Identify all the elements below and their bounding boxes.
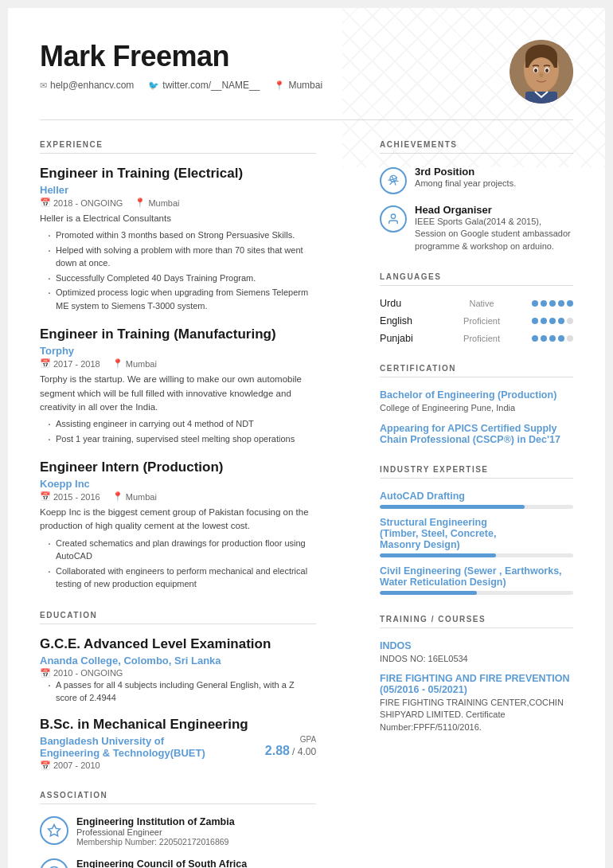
edu-meta-1: 📅 2010 - ONGOING: [40, 668, 316, 678]
experience-item-3: Engineer Intern (Production) Koepp Inc 📅…: [40, 459, 316, 591]
achievement-item-1: 3rd Position Among final year projects.: [380, 166, 573, 194]
exp-desc-1: Heller is a Electrical Consultants: [40, 212, 316, 225]
cal-icon-edu-2: 📅: [40, 760, 51, 771]
training-detail-2: FIRE FIGHTING TRAINING CENTER,COCHIN SHI…: [380, 697, 573, 733]
lang-dots-3: [532, 335, 573, 342]
cert-title-1: Bachelor of Engineering (Production): [380, 389, 573, 401]
header-left: Mark Freeman ✉ help@enhancv.com 🐦 twitte…: [40, 40, 322, 91]
assoc-role-1: Professional Engineer: [76, 827, 235, 837]
exp-meta-2: 📅 2017 - 2018 📍 Mumbai: [40, 358, 316, 369]
industry-section-title: INDUSTRY EXPERTISE: [380, 465, 573, 479]
association-section-title: ASSOCIATION: [40, 791, 316, 804]
email-text: help@enhancv.com: [50, 80, 134, 91]
gpa-max: /: [292, 746, 298, 757]
full-name: Mark Freeman: [40, 40, 322, 73]
experience-section-title: EXPERIENCE: [40, 140, 316, 154]
calendar-icon-1: 📅: [40, 197, 51, 208]
dot-2-5: [567, 318, 573, 324]
assoc-icon-1: [40, 816, 68, 845]
dot-1-1: [532, 300, 538, 307]
avatar: [510, 40, 573, 104]
ach-content-1: 3rd Position Among final year projects.: [415, 166, 516, 190]
skill-bar-1: [380, 505, 573, 509]
exp-desc-3: Koepp Inc is the biggest cement group of…: [40, 506, 316, 534]
association-item-2: Engineering Council of South Africa Cand…: [40, 858, 316, 869]
assoc-info-2: Engineering Council of South Africa Cand…: [76, 858, 291, 869]
edu-title-1: G.C.E. Advanced Level Examination: [40, 636, 316, 652]
svg-marker-11: [49, 824, 61, 835]
education-item-2: B.Sc. in Mechanical Engineering Banglade…: [40, 717, 316, 771]
training-section-title: TRAINING / COURSES: [380, 615, 573, 628]
header: Mark Freeman ✉ help@enhancv.com 🐦 twitte…: [8, 8, 605, 119]
email-icon: ✉: [40, 80, 47, 91]
exp-meta-3: 📅 2015 - 2016 📍 Mumbai: [40, 491, 316, 502]
edu-title-2: B.Sc. in Mechanical Engineering: [40, 717, 316, 733]
assoc-name-1: Engineering Institution of Zambia: [76, 816, 235, 827]
language-item-2: English Proficient: [380, 315, 573, 326]
loc-icon-3: 📍: [112, 491, 123, 502]
ach-content-2: Head Organiser IEEE Sports Gala(2014 & 2…: [415, 204, 573, 252]
exp-period-2: 📅 2017 - 2018: [40, 358, 100, 369]
dot-3-2: [541, 335, 547, 342]
dot-2-1: [532, 318, 538, 324]
contact-list: ✉ help@enhancv.com 🐦 twitter.com/__NAME_…: [40, 80, 322, 91]
twitter-icon: 🐦: [148, 80, 159, 91]
loc-icon-2: 📍: [112, 358, 123, 369]
exp-bullet-3-0: Created schematics and plan drawings for…: [48, 537, 316, 563]
dot-3-4: [558, 335, 564, 342]
edu-period-1: 📅 2010 - ONGOING: [40, 668, 123, 678]
exp-bullets-3: Created schematics and plan drawings for…: [40, 537, 316, 591]
exp-bullets-2: Assisting engineer in carrying out 4 met…: [40, 417, 316, 445]
exp-title-2: Engineer in Training (Manufacturing): [40, 326, 316, 342]
edu-bullets-1: A passes for all 4 subjects including Ge…: [40, 678, 316, 705]
cert-detail-1: College of Engineering Pune, India: [380, 402, 573, 414]
exp-bullet-1-1: Helped with solving a problem with more …: [48, 244, 316, 270]
edu-bullet-1-0: A passes for all 4 subjects including Ge…: [48, 678, 316, 705]
svg-point-9: [540, 72, 544, 77]
education-section-title: EDUCATION: [40, 611, 316, 624]
skill-bar-3: [380, 591, 573, 595]
assoc-icon-2: [40, 858, 68, 869]
lang-dots-1: [532, 300, 573, 307]
contact-location: 📍 Mumbai: [274, 80, 322, 91]
edu-school-1: Ananda College, Colombo, Sri Lanka: [40, 655, 316, 667]
loc-icon-1: 📍: [135, 197, 146, 208]
languages-section-title: LANGUAGES: [380, 272, 573, 286]
contact-twitter: 🐦 twitter.com/__NAME__: [148, 80, 260, 91]
exp-title-1: Engineer in Training (Electrical): [40, 166, 316, 182]
skill-label-3: Civil Engineering (Sewer , Earthworks,Wa…: [380, 565, 573, 588]
edu-school-row-2: Bangladesh University of Engineering & T…: [40, 735, 316, 759]
lang-name-2: English: [380, 315, 435, 326]
ach-icon-1: [380, 167, 407, 194]
ach-desc-1: Among final year projects.: [415, 178, 516, 190]
exp-company-2: Torphy: [40, 345, 316, 357]
dot-1-5: [567, 300, 573, 307]
svg-point-8: [545, 68, 549, 72]
experience-item-2: Engineer in Training (Manufacturing) Tor…: [40, 326, 316, 445]
exp-bullet-2-1: Post 1 year training, supervised steel m…: [48, 432, 316, 446]
exp-bullets-1: Promoted within 3 months based on Strong…: [40, 229, 316, 312]
cal-icon-edu-1: 📅: [40, 668, 51, 678]
dot-2-3: [549, 318, 556, 324]
edu-year-2: 📅 2007 - 2010: [40, 760, 316, 771]
assoc-num-1: Membership Number: 220502172016869: [76, 837, 235, 846]
language-item-1: Urdu Native: [380, 298, 573, 309]
dot-1-2: [541, 300, 547, 307]
lang-dots-2: [532, 318, 573, 324]
assoc-info-1: Engineering Institution of Zambia Profes…: [76, 816, 235, 846]
dot-3-1: [532, 335, 538, 342]
dot-3-5: [567, 335, 573, 342]
calendar-icon-2: 📅: [40, 358, 51, 369]
exp-desc-2: Torphy is the startup. We are willing to…: [40, 373, 316, 414]
ach-title-1: 3rd Position: [415, 166, 516, 178]
experience-item-1: Engineer in Training (Electrical) Heller…: [40, 166, 316, 312]
calendar-icon-3: 📅: [40, 491, 51, 502]
left-column: EXPERIENCE Engineer in Training (Electri…: [40, 120, 340, 868]
exp-location-1: 📍 Mumbai: [135, 197, 179, 208]
gpa-label: GPA: [265, 735, 316, 744]
training-title-2: FIRE FIGHTING AND FIRE PREVENTION(05/201…: [380, 673, 573, 695]
assoc-name-2: Engineering Council of South Africa: [76, 858, 291, 869]
ach-title-2: Head Organiser: [415, 204, 573, 216]
lang-level-2: Proficient: [463, 316, 500, 326]
exp-company-3: Koepp Inc: [40, 478, 316, 490]
